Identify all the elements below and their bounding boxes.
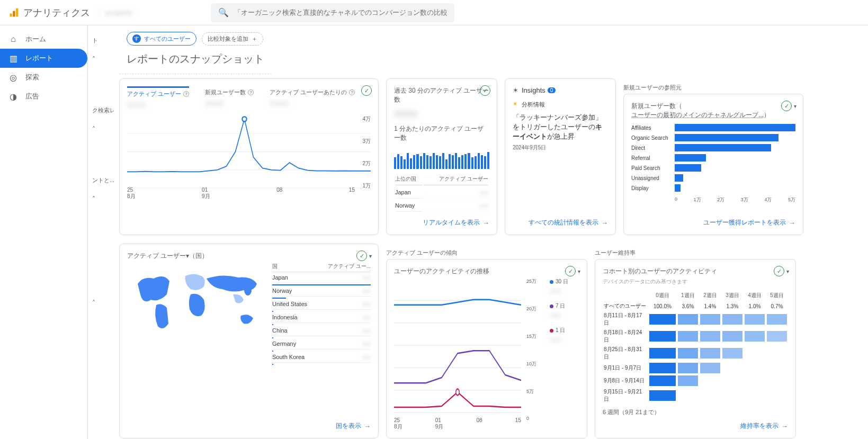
insights-card: ✶ Insights 0 ✶ 分析情報 「ラッキーナンバーズ参加」をトリガーした… — [505, 78, 616, 235]
sidebar-item-home[interactable]: ⌂ホーム — [0, 30, 87, 49]
search-input[interactable] — [234, 8, 447, 16]
insights-badge: 0 — [548, 87, 556, 93]
bar-row[interactable]: Unassigned — [631, 174, 795, 182]
section-label-activity: アクティブ ユーザーの傾向 — [386, 249, 587, 257]
sec-item[interactable]: ˄ — [88, 120, 114, 139]
insight-text[interactable]: 「ラッキーナンバーズ参加」をトリガーしたユーザーのキーイベントが急上昇 — [513, 113, 608, 142]
check-icon[interactable]: ✓ — [781, 101, 792, 111]
help-icon[interactable]: ? — [183, 91, 189, 97]
search-icon: 🔍 — [218, 7, 229, 17]
cohort-row[interactable]: 9月1日 - 9月7日 — [603, 362, 788, 374]
check-icon[interactable]: ✓ — [774, 266, 784, 276]
check-icon[interactable]: ✓ — [565, 266, 576, 276]
sparkle-icon: ✶ — [513, 86, 518, 94]
country-row[interactable]: South Koreaxxx — [272, 352, 371, 363]
cohort-row[interactable]: 9月8日 - 9月14日 — [603, 374, 788, 387]
cohort-title: コホート別のユーザーのアクティビティ — [603, 267, 788, 276]
insights-title: Insights — [522, 86, 545, 94]
property-name[interactable]: property — [99, 8, 139, 17]
bar-row[interactable]: Organic Search — [631, 134, 795, 141]
bar-row[interactable]: Paid Search — [631, 164, 795, 172]
bar-row[interactable]: Display — [631, 184, 795, 192]
help-icon[interactable]: ? — [248, 89, 254, 95]
country-row[interactable]: Germanyxxx — [272, 338, 371, 350]
realtime-title: 過去 30 分のアクティブ ユーザー数 — [394, 86, 489, 104]
cohort-row[interactable]: 8月18日 - 8月24日 — [603, 328, 788, 345]
check-icon[interactable]: ✓ — [361, 85, 372, 96]
country-link[interactable]: 国を表示→ — [127, 416, 371, 431]
metric-tab[interactable]: アクティブ ユーザーあたりの?xxxx — [270, 86, 355, 110]
country-row[interactable]: Japanxxx — [272, 272, 371, 283]
svg-point-8 — [244, 285, 252, 295]
bar-row[interactable]: Direct — [631, 144, 795, 151]
chevron-down-icon[interactable]: ▾ — [578, 268, 580, 274]
country-row[interactable]: Chinaxxx — [272, 325, 371, 336]
sec-item[interactable]: ト — [88, 31, 114, 50]
home-icon: ⌂ — [8, 34, 18, 44]
country-title[interactable]: アクティブ ユーザー▾（国） — [127, 252, 371, 261]
cohort-card: ✓▾ コホート別のユーザーのアクティビティ デバイスのデータにのみ基づきます 0… — [595, 259, 796, 438]
table-row[interactable]: Japanxxx — [395, 186, 488, 199]
plus-icon: ＋ — [252, 35, 257, 43]
page-title: レポートのスナップショット — [119, 49, 272, 74]
chevron-down-icon[interactable]: ▾ — [369, 253, 372, 259]
sidebar-item-label: レポート — [25, 53, 53, 63]
arrow-right-icon: → — [602, 219, 608, 227]
country-card: ✓▾ アクティブ ユーザー▾（国） — [119, 244, 379, 438]
chevron-down-icon[interactable]: ▾ — [786, 268, 789, 274]
check-icon[interactable]: ✓ — [356, 250, 367, 261]
svg-rect-1 — [13, 11, 15, 16]
cohort-link[interactable]: 維持率を表示→ — [603, 416, 788, 431]
insights-detail-label: 分析情報 — [522, 101, 545, 109]
realtime-link[interactable]: リアルタイムを表示→ — [394, 213, 489, 227]
sidebar-item-reports[interactable]: ▥レポート — [0, 49, 87, 68]
sidebar-item-explore[interactable]: ◎探索 — [0, 68, 87, 87]
metric-tab[interactable]: 新規ユーザー数?xxxx — [205, 86, 254, 110]
sec-item[interactable]: ˄ — [88, 293, 114, 312]
check-icon[interactable]: ✓ — [480, 85, 490, 96]
sidebar-item-ads[interactable]: ◑広告 — [0, 87, 87, 106]
svg-rect-0 — [10, 13, 12, 16]
reports-icon: ▥ — [8, 53, 18, 64]
arrow-right-icon: → — [782, 423, 788, 430]
country-row[interactable]: Indonesiaxxx — [272, 312, 371, 323]
country-row[interactable]: United Statesxxx — [272, 299, 371, 310]
logo[interactable]: アナリティクス — [8, 6, 90, 19]
sec-item[interactable]: ˄ — [88, 50, 114, 69]
table-row[interactable]: Norwayxxx — [395, 200, 488, 212]
metric-tab[interactable]: アクティブ ユーザー?xxxx — [127, 86, 189, 110]
cohort-row[interactable]: 9月15日 - 9月21日 — [603, 387, 788, 404]
main-content: すすべてのユーザー 比較対象を追加＋ レポートのスナップショット ✓ アクティブ… — [114, 25, 868, 439]
realtime-sub: 1 分あたりのアクティブ ユーザー数 — [394, 124, 489, 142]
search-box[interactable]: 🔍 — [211, 3, 454, 22]
realtime-table: 上位の国アクティブ ユーザー JapanxxxNorwayxxx — [394, 172, 489, 213]
realtime-card: ✓ 過去 30 分のアクティブ ユーザー数 xxxx 1 分あたりのアクティブ … — [386, 78, 497, 235]
sec-item[interactable]: ˄ — [88, 190, 114, 209]
pill-badge-icon: す — [132, 34, 141, 43]
acquisition-link[interactable]: ユーザー獲得レポートを表示→ — [631, 213, 795, 227]
cohort-row[interactable]: 8月25日 - 8月31日 — [603, 345, 788, 362]
bar-row[interactable]: Affiliates — [631, 124, 795, 131]
acquisition-card: ✓▾ 新規ユーザー数（ ユーザーの最初のメインのチャネルグループ...） Aff… — [623, 94, 803, 235]
sec-item[interactable]: ク検索レ... — [88, 101, 114, 120]
sidebar-item-label: ホーム — [25, 34, 46, 44]
section-label-retention: ユーザー維持率 — [595, 249, 796, 257]
world-map[interactable] — [127, 263, 265, 416]
pill-all-users[interactable]: すすべてのユーザー — [127, 32, 196, 46]
acquisition-title[interactable]: 新規ユーザー数（ ユーザーの最初のメインのチャネルグループ...） — [631, 102, 795, 120]
app-name: アナリティクス — [23, 6, 90, 19]
pill-add-compare[interactable]: 比較対象を追加＋ — [202, 32, 263, 46]
help-icon[interactable]: ? — [349, 89, 355, 95]
secondary-panel: ト ˄ ク検索レ... ˄ ントと... ˄ ˄ — [87, 25, 114, 439]
insights-link[interactable]: すべての統計情報を表示→ — [513, 213, 608, 227]
cohort-row[interactable]: 8月11日 - 8月17日 — [603, 311, 788, 328]
arrow-right-icon: → — [364, 423, 371, 430]
explore-icon: ◎ — [8, 73, 18, 83]
sec-item[interactable]: ントと... — [88, 171, 114, 190]
realtime-value: xxxx — [394, 106, 489, 120]
country-row[interactable]: Norwayxxx — [272, 285, 371, 297]
chevron-down-icon[interactable]: ▾ — [794, 103, 797, 109]
bar-row[interactable]: Referral — [631, 154, 795, 162]
overview-chart: 4万3万2万1万 25 8月01 9月0815 — [127, 115, 371, 200]
cohort-sub: デバイスのデータにのみ基づきます — [603, 278, 788, 285]
